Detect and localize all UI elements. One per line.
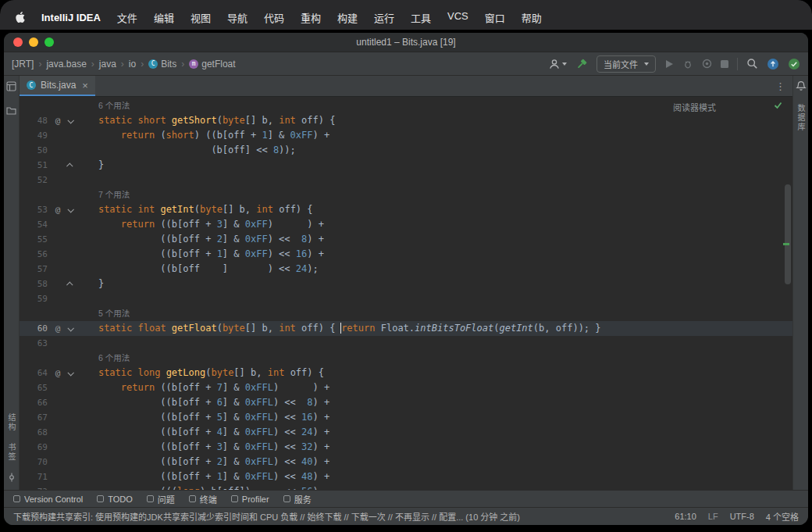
annotation-gutter-icon bbox=[52, 395, 64, 410]
toolwindow-button-Profiler[interactable]: Profiler bbox=[231, 495, 269, 504]
menu-item-VCS[interactable]: VCS bbox=[447, 10, 468, 25]
update-available-icon[interactable] bbox=[767, 58, 779, 70]
tab-options-icon[interactable]: ⋮ bbox=[768, 76, 792, 96]
toolwindow-stripe-书签[interactable]: 书签 bbox=[5, 443, 17, 462]
project-toolwindow-icon[interactable] bbox=[6, 80, 16, 95]
annotation-gutter-icon[interactable]: @ bbox=[52, 113, 64, 128]
toolwindow-button-终端[interactable]: 终端 bbox=[189, 493, 217, 505]
run-button[interactable] bbox=[664, 59, 674, 69]
toolwindow-button-问题[interactable]: 问题 bbox=[147, 493, 175, 505]
breadcrumb-separator: › bbox=[138, 59, 146, 70]
encoding-widget[interactable]: UTF-8 bbox=[730, 512, 754, 521]
code-line-65: 65 return ((b[off + 7] & 0xFFL) ) + bbox=[20, 380, 792, 395]
fold-toggle-icon bbox=[64, 455, 76, 470]
annotation-gutter-icon[interactable]: @ bbox=[52, 321, 64, 336]
code-text: (b[off] << 8)); bbox=[76, 143, 792, 158]
breadcrumb-item-io[interactable]: io bbox=[129, 59, 136, 70]
menu-item-窗口[interactable]: 窗口 bbox=[485, 10, 505, 25]
line-separator-widget[interactable]: LF bbox=[708, 512, 718, 521]
menu-item-编辑[interactable]: 编辑 bbox=[154, 10, 174, 25]
build-hammer-icon[interactable] bbox=[575, 58, 588, 70]
code-line-67: 67 ((b[off + 5] & 0xFFL) << 16) + bbox=[20, 410, 792, 425]
line-number: 64 bbox=[20, 366, 52, 380]
line-number: 71 bbox=[20, 470, 52, 484]
code-line-52: 52 bbox=[20, 173, 792, 187]
error-stripe-mark[interactable] bbox=[783, 243, 789, 245]
folder-icon[interactable] bbox=[6, 104, 16, 118]
run-configuration-select[interactable]: 当前文件 bbox=[597, 55, 656, 73]
editor-scrollbar[interactable] bbox=[785, 184, 791, 284]
menu-item-帮助[interactable]: 帮助 bbox=[522, 10, 542, 25]
breadcrumb-item-Bits[interactable]: CBits bbox=[148, 59, 176, 70]
status-widgets: 61:10 LF UTF-8 4 个空格 bbox=[675, 510, 799, 523]
toolwindow-stripe-结构[interactable]: 结构 bbox=[5, 413, 17, 432]
usages-inlay-hint[interactable]: 6 个用法 bbox=[98, 101, 130, 110]
line-number: 51 bbox=[20, 158, 52, 173]
minimize-window-button[interactable] bbox=[29, 37, 38, 47]
usages-inlay-hint[interactable]: 7 个用法 bbox=[98, 190, 130, 199]
menu-item-导航[interactable]: 导航 bbox=[227, 10, 248, 25]
code-text: return ((b[off + 3] & 0xFF) ) + bbox=[76, 217, 792, 232]
fold-toggle-icon bbox=[64, 336, 76, 351]
line-number: 72 bbox=[20, 484, 52, 490]
code-editor[interactable]: 6 个用法48@ static short getShort(byte[] b,… bbox=[20, 97, 792, 490]
menu-item-运行[interactable]: 运行 bbox=[374, 10, 394, 25]
inspections-ok-icon[interactable] bbox=[773, 100, 783, 112]
toolwindow-button-TODO[interactable]: TODO bbox=[97, 495, 133, 504]
close-window-button[interactable] bbox=[13, 37, 23, 47]
line-number: 55 bbox=[20, 232, 52, 247]
annotation-gutter-icon[interactable]: @ bbox=[52, 202, 64, 217]
usages-inlay-hint[interactable]: 6 个用法 bbox=[98, 353, 130, 362]
chevron-down-icon bbox=[644, 62, 649, 66]
fold-toggle-icon bbox=[64, 291, 76, 306]
annotation-gutter-icon[interactable]: @ bbox=[52, 366, 64, 380]
fold-toggle-icon[interactable] bbox=[64, 366, 76, 380]
reader-mode-label[interactable]: 阅读器模式 bbox=[673, 101, 716, 113]
menu-item-构建[interactable]: 构建 bbox=[337, 10, 358, 25]
breadcrumb-item-java[interactable]: java bbox=[99, 59, 116, 70]
line-number: 60 bbox=[20, 321, 52, 336]
usages-inlay-hint[interactable]: 5 个用法 bbox=[98, 309, 130, 318]
debug-button[interactable] bbox=[682, 59, 693, 70]
apple-menu-icon[interactable] bbox=[16, 12, 25, 23]
menu-item-视图[interactable]: 视图 bbox=[191, 10, 211, 25]
fold-toggle-icon[interactable] bbox=[64, 158, 76, 173]
caret-position-widget[interactable]: 61:10 bbox=[675, 512, 696, 521]
toolwindow-stripe-数据库[interactable]: 数据库 bbox=[795, 104, 807, 132]
line-number bbox=[20, 187, 52, 202]
menu-item-代码[interactable]: 代码 bbox=[264, 10, 284, 25]
menu-item-重构[interactable]: 重构 bbox=[301, 10, 321, 25]
breadcrumb-item-java.base[interactable]: java.base bbox=[46, 59, 86, 70]
window-titlebar[interactable]: untitled1 – Bits.java [19] bbox=[4, 33, 808, 52]
fold-toggle-icon bbox=[64, 440, 76, 455]
toolwindow-button-服务[interactable]: 服务 bbox=[283, 493, 312, 505]
user-profile-icon[interactable] bbox=[548, 58, 567, 70]
search-everywhere-icon[interactable] bbox=[746, 58, 758, 70]
menu-item-工具[interactable]: 工具 bbox=[411, 10, 431, 25]
fold-toggle-icon[interactable] bbox=[64, 277, 76, 291]
fold-toggle-icon[interactable] bbox=[64, 202, 76, 217]
sync-status-icon[interactable] bbox=[788, 58, 800, 70]
tab-bits-java[interactable]: C Bits.java × bbox=[20, 76, 95, 96]
commit-toolwindow-icon[interactable] bbox=[7, 471, 16, 485]
zoom-window-button[interactable] bbox=[45, 37, 54, 47]
method-icon: m bbox=[189, 59, 198, 69]
status-message[interactable]: 下载预构建共享索引: 使用预构建的JDK共享索引减少索引时间和 CPU 负载 /… bbox=[13, 510, 520, 523]
breadcrumb-item-getFloat[interactable]: mgetFloat bbox=[189, 59, 235, 70]
breadcrumb-item-[JRT][interactable]: [JRT] bbox=[12, 59, 34, 70]
class-icon: C bbox=[148, 59, 158, 69]
indent-widget[interactable]: 4 个空格 bbox=[766, 510, 799, 523]
fold-toggle-icon[interactable] bbox=[64, 321, 76, 336]
fold-toggle-icon bbox=[64, 232, 76, 247]
notifications-bell-icon[interactable] bbox=[796, 80, 807, 95]
menu-item-文件[interactable]: 文件 bbox=[117, 10, 137, 25]
close-tab-icon[interactable]: × bbox=[82, 80, 88, 91]
stop-button[interactable] bbox=[721, 60, 728, 68]
fold-toggle-icon[interactable] bbox=[64, 113, 76, 128]
code-line-53: 53@ static int getInt(byte[] b, int off)… bbox=[20, 202, 792, 217]
annotation-gutter-icon bbox=[52, 247, 64, 262]
toolwindow-button-Version Control[interactable]: Version Control bbox=[13, 495, 83, 504]
coverage-button[interactable] bbox=[702, 59, 712, 69]
menubar-app-name[interactable]: IntelliJ IDEA bbox=[41, 12, 101, 23]
fold-toggle-icon bbox=[64, 262, 76, 277]
